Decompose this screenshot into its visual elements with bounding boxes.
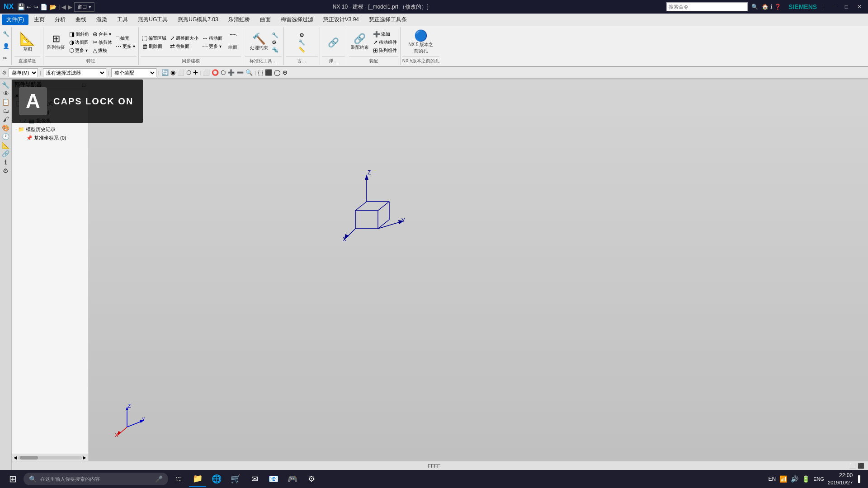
win-close[interactable]: ✕ bbox=[854, 3, 864, 11]
sel-icon-3[interactable]: ⬜ bbox=[177, 69, 184, 76]
sel-icon-7[interactable]: ⭕ bbox=[212, 69, 219, 76]
info-icon[interactable]: ℹ bbox=[770, 4, 773, 10]
question-icon[interactable]: ❓ bbox=[774, 4, 781, 10]
search-bar[interactable]: 🔍 在这里输入你要搜索的内容 🎤 bbox=[24, 473, 168, 485]
taskbar-task-view[interactable]: 🗂 bbox=[170, 471, 187, 487]
tools-nav-icon[interactable]: ⚙ bbox=[3, 167, 9, 174]
window-menu[interactable]: 窗口 ▾ bbox=[74, 2, 94, 12]
add-component-btn[interactable]: ➕ 添加 bbox=[372, 30, 398, 38]
ribbon-icon-2[interactable]: 👤 bbox=[3, 43, 9, 49]
trim-btn[interactable]: ✂ 修剪体 bbox=[91, 38, 113, 46]
win-restore[interactable]: □ bbox=[842, 3, 851, 11]
taskbar-chrome[interactable]: 🌐 bbox=[208, 471, 225, 487]
sel-icon-13[interactable]: ⬛ bbox=[265, 69, 272, 76]
back-icon[interactable]: ◀ bbox=[61, 4, 66, 10]
open-icon[interactable]: 📂 bbox=[49, 4, 57, 10]
std-tools-extra-icon3[interactable]: 🔩 bbox=[272, 47, 278, 53]
win-minimize[interactable]: ─ bbox=[829, 3, 839, 11]
sel-icon-15[interactable]: ⊕ bbox=[283, 69, 288, 76]
assembly-constraint-btn[interactable]: 🔗 装配约束 bbox=[349, 33, 371, 52]
settings-icon[interactable]: ⚙ bbox=[2, 70, 7, 76]
menu-yanxiu-ug-mold[interactable]: 燕秀UG模具7.03 bbox=[173, 14, 222, 25]
more-btn2[interactable]: ⋯ 更多 ▾ bbox=[114, 42, 137, 50]
filter-dropdown[interactable]: 没有选择过滤器 bbox=[43, 68, 106, 77]
part-nav-scrollbar[interactable]: ◀ ▶ bbox=[12, 454, 88, 461]
keyboard-layout[interactable]: ENG bbox=[813, 476, 824, 482]
menu-home[interactable]: 主页 bbox=[29, 14, 49, 25]
connection-icon[interactable]: 🔗 bbox=[2, 150, 9, 157]
std-tools-extra-icon1[interactable]: 🔧 bbox=[272, 32, 278, 38]
view-icon-2[interactable]: ⬛ bbox=[858, 463, 864, 469]
model-history-expand[interactable]: - bbox=[15, 127, 17, 132]
undo-icon[interactable]: ↩ bbox=[27, 4, 32, 10]
constraint-nav-icon[interactable]: 👁 bbox=[3, 90, 9, 97]
menu-huizheng-select[interactable]: 慧正选择工具条 bbox=[364, 14, 411, 25]
menu-file[interactable]: 文件(F) bbox=[2, 14, 28, 25]
menu-dropdown[interactable]: 菜单(M) bbox=[9, 68, 38, 77]
menu-surface[interactable]: 曲面 bbox=[255, 14, 275, 25]
lang-icon[interactable]: EN bbox=[769, 476, 776, 482]
sel-icon-10[interactable]: ➖ bbox=[236, 69, 244, 76]
menu-curve[interactable]: 曲线 bbox=[71, 14, 91, 25]
new-icon[interactable]: 📄 bbox=[40, 4, 47, 10]
ribbon-icon-3[interactable]: ✏ bbox=[3, 55, 9, 61]
volume-icon[interactable]: 🔊 bbox=[791, 475, 798, 483]
resize-face-btn[interactable]: ⤢ 调整面大小 bbox=[169, 34, 200, 42]
menu-leqing[interactable]: 乐清虹桥 bbox=[224, 14, 255, 25]
taskbar-mail[interactable]: ✉ bbox=[246, 471, 263, 487]
sel-icon-1[interactable]: 🔄 bbox=[161, 69, 169, 76]
home-icon[interactable]: 🏠 bbox=[762, 4, 769, 10]
elastic-icon[interactable]: 🔗 bbox=[328, 37, 339, 48]
std-tools-btn[interactable]: 🔨 处理约束 bbox=[248, 33, 270, 52]
network-icon[interactable]: 📶 bbox=[779, 475, 787, 483]
gu-icon2[interactable]: 🔧 bbox=[298, 39, 305, 46]
menu-render[interactable]: 渲染 bbox=[92, 14, 112, 25]
sel-icon-11[interactable]: 🔍 bbox=[245, 69, 253, 76]
view-icon-1[interactable]: ⬜ bbox=[849, 463, 856, 469]
sel-icon-14[interactable]: ◯ bbox=[274, 69, 281, 76]
ribbon-icon-1[interactable]: 🔧 bbox=[3, 31, 9, 37]
taskbar-game[interactable]: 🎮 bbox=[284, 471, 301, 487]
taskbar-settings[interactable]: ⚙ bbox=[303, 471, 320, 487]
forward-icon[interactable]: ▶ bbox=[68, 4, 72, 10]
sel-icon-4[interactable]: ⬡ bbox=[186, 69, 191, 76]
layers-icon[interactable]: 📐 bbox=[2, 141, 9, 149]
roles-icon[interactable]: 🖌 bbox=[3, 116, 9, 123]
save-icon[interactable]: 💾 bbox=[17, 3, 25, 10]
round-btn[interactable]: ◑ 边倒圆 bbox=[68, 38, 90, 46]
scroll-track[interactable] bbox=[18, 456, 82, 460]
menu-meilei[interactable]: 梅雷选择过滤 bbox=[276, 14, 318, 25]
menu-yanxiu-ug-tools[interactable]: 燕秀UG工具 bbox=[133, 14, 172, 25]
menu-huizheng-design[interactable]: 慧正设计V3.94 bbox=[319, 14, 363, 25]
taskbar-store[interactable]: 🛒 bbox=[227, 471, 244, 487]
taskbar-clock[interactable]: 22:00 2019/10/27 bbox=[828, 472, 853, 486]
battery-icon[interactable]: 🔋 bbox=[802, 475, 810, 483]
start-button[interactable]: ⊞ bbox=[4, 471, 22, 487]
scroll-thumb[interactable] bbox=[20, 456, 38, 460]
scroll-right-icon[interactable]: ▶ bbox=[83, 455, 86, 460]
move-component-btn[interactable]: ↗ 移动组件 bbox=[372, 38, 398, 46]
replace-face-btn[interactable]: ⇄ 替换面 bbox=[169, 42, 200, 50]
redo-icon[interactable]: ↪ bbox=[33, 4, 38, 10]
history-icon[interactable]: 🗂 bbox=[3, 107, 9, 114]
shell-btn[interactable]: □ 抽壳 bbox=[114, 34, 137, 42]
array-component-btn[interactable]: ⊞ 阵列组件 bbox=[372, 47, 398, 54]
taskbar-email2[interactable]: 📧 bbox=[265, 471, 282, 487]
part-nav-icon[interactable]: 📋 bbox=[2, 99, 9, 106]
show-desktop-icon[interactable]: ▌ bbox=[856, 475, 864, 483]
sel-icon-6[interactable]: ⬜ bbox=[203, 69, 210, 76]
more-btn1[interactable]: ⬡ 更多 ▾ bbox=[68, 47, 90, 54]
sel-icon-5[interactable]: ✚ bbox=[193, 69, 198, 76]
nav-item-model-history[interactable]: - 📁 模型历史记录 bbox=[12, 125, 88, 134]
array-feature-btn[interactable]: ⊞ 阵列特征 bbox=[45, 33, 67, 52]
sel-icon-2[interactable]: ◉ bbox=[170, 69, 175, 76]
chamfer-btn[interactable]: ◨ 倒斜角 bbox=[68, 30, 90, 38]
taskbar-mic-icon[interactable]: 🎤 bbox=[155, 475, 163, 483]
info-nav-icon[interactable]: ℹ bbox=[5, 159, 7, 166]
surface-btn[interactable]: ⌒ 曲面 bbox=[225, 33, 241, 52]
search-input[interactable] bbox=[666, 2, 748, 11]
sketch-btn[interactable]: 📐 草图 bbox=[16, 31, 39, 54]
sel-icon-8[interactable]: ⬡ bbox=[221, 69, 226, 76]
clock-icon[interactable]: 🕐 bbox=[2, 133, 9, 140]
more-sync-btn[interactable]: ⋯ 更多 ▾ bbox=[201, 42, 224, 50]
